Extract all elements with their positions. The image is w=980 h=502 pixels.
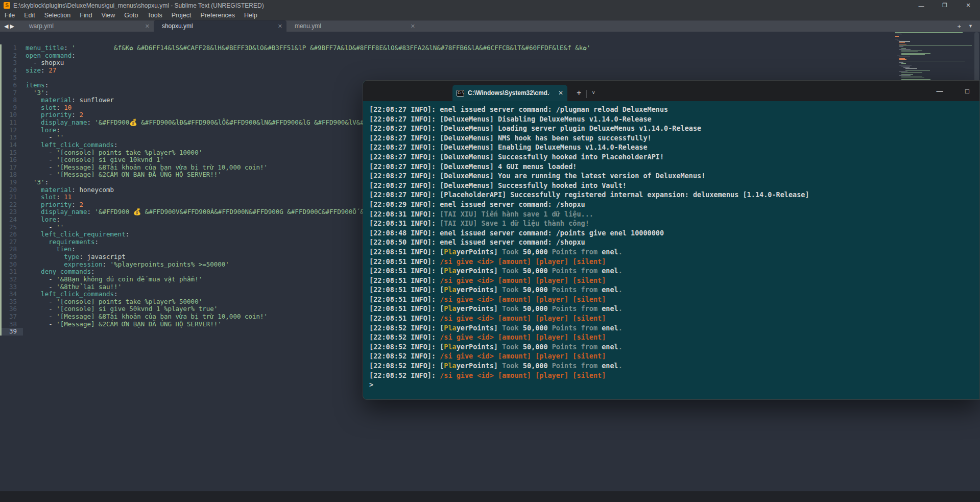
menu-bar: FileEditSelectionFindViewGotoToolsProjec… xyxy=(0,11,980,20)
terminal-line: [22:08:52 INFO]: [PlayerPoints] Took 50,… xyxy=(369,342,979,352)
line-number: 7 xyxy=(0,89,23,97)
menu-item-find[interactable]: Find xyxy=(75,11,97,20)
terminal-tab-close-icon[interactable]: ✕ xyxy=(558,89,563,97)
line-number: 35 xyxy=(0,298,23,306)
line-content: open_command: xyxy=(23,52,76,60)
terminal-line: [22:08:51 INFO]: /si give <id> [amount] … xyxy=(369,295,979,304)
terminal-line: [22:08:51 INFO]: /si give <id> [amount] … xyxy=(369,314,979,323)
line-number: 21 xyxy=(0,194,23,201)
line-number: 33 xyxy=(0,283,23,291)
line-number: 25 xyxy=(0,224,23,231)
line-number: 11 xyxy=(0,119,23,127)
line-content: requirements: xyxy=(23,238,99,246)
line-number: 36 xyxy=(0,305,23,313)
minimap-line xyxy=(901,74,913,75)
line-number: 2 xyxy=(0,52,23,60)
line-content: type: javascript xyxy=(23,253,126,261)
tab-menu.yml[interactable]: menu.yml✕ xyxy=(286,20,419,32)
minimap-line xyxy=(901,52,918,52)
terminal-titlebar[interactable]: C:\ C:\Windows\System32\cmd.e ✕ + ˅ — □ xyxy=(363,81,979,101)
line-content: priority: 2 xyxy=(23,201,83,209)
nav-arrows: ◀ ▶ xyxy=(0,20,21,32)
line-number: 29 xyxy=(0,253,23,261)
tab-overflow-icon[interactable]: ▼ xyxy=(968,23,973,29)
terminal-tab[interactable]: C:\ C:\Windows\System32\cmd.e ✕ xyxy=(452,85,567,101)
line-content: tien: xyxy=(23,246,76,253)
new-tab-icon[interactable]: + xyxy=(957,22,961,30)
line-number: 23 xyxy=(0,208,23,216)
menu-item-preferences[interactable]: Preferences xyxy=(196,11,240,20)
tab-close-icon[interactable]: ✕ xyxy=(411,23,415,30)
line-content: - '[console] points take %player% 10000' xyxy=(23,149,202,157)
menu-item-file[interactable]: File xyxy=(0,11,19,20)
editor-line[interactable]: 2open_command: xyxy=(0,52,980,60)
terminal-new-tab-icon[interactable]: + xyxy=(577,85,581,101)
minimap-line xyxy=(897,35,902,35)
back-arrow-icon[interactable]: ◀ xyxy=(4,23,10,30)
minimap-line xyxy=(895,36,899,37)
terminal-maximize-button[interactable]: □ xyxy=(961,87,973,95)
menu-item-edit[interactable]: Edit xyxy=(19,11,40,20)
forward-arrow-icon[interactable]: ▶ xyxy=(10,23,15,30)
editor-line[interactable]: 4size: 27 xyxy=(0,67,980,75)
terminal-dropdown-icon[interactable]: ˅ xyxy=(592,85,595,101)
line-number: 6 xyxy=(0,82,23,89)
minimap-line xyxy=(897,56,900,56)
line-number: 5 xyxy=(0,74,23,82)
minimap-line xyxy=(899,42,905,43)
line-number: 20 xyxy=(0,186,23,194)
minimap-line xyxy=(901,63,906,64)
tab-label: shopxu.yml xyxy=(162,22,193,30)
line-content: - '[console] si give 50kvnd 1 %player% t… xyxy=(23,305,218,313)
terminal-line: [22:08:31 INFO]: [TAI XIU] Tiến hành sav… xyxy=(369,209,979,219)
terminal-line: [22:08:52 INFO]: /si give <id> [amount] … xyxy=(369,351,979,361)
cmd-icon: C:\ xyxy=(457,90,464,97)
terminal-tab-title: C:\Windows\System32\cmd.e xyxy=(468,89,549,97)
minimap-line xyxy=(899,59,906,60)
diff-modified-strip xyxy=(0,44,2,336)
line-content: size: 27 xyxy=(23,67,56,75)
menu-item-help[interactable]: Help xyxy=(240,11,262,20)
terminal-line: [22:08:52 INFO]: /si give <id> [amount] … xyxy=(369,332,979,342)
minimap-line xyxy=(899,58,905,59)
tab-close-icon[interactable]: ✕ xyxy=(278,23,282,30)
line-number: 24 xyxy=(0,216,23,224)
line-content: material: sunflower xyxy=(23,97,114,104)
minimize-button[interactable]: — xyxy=(910,0,933,11)
editor-line[interactable]: 3 - shopxu xyxy=(0,59,980,67)
menu-item-view[interactable]: View xyxy=(97,11,119,20)
line-number: 26 xyxy=(0,231,23,238)
menu-item-project[interactable]: Project xyxy=(167,11,196,20)
terminal-line: [22:08:27 INFO]: [DeluxeMenus] Loading s… xyxy=(369,124,979,133)
terminal-line: [22:08:51 INFO]: [PlayerPoints] Took 50,… xyxy=(369,247,979,257)
line-number: 39 xyxy=(0,328,23,336)
window-controls: — ❐ ✕ xyxy=(910,0,980,11)
line-number: 17 xyxy=(0,164,23,172)
minimap-line xyxy=(901,73,922,73)
restore-button[interactable]: ❐ xyxy=(933,0,957,11)
minimap-line xyxy=(901,53,930,54)
terminal-minimize-button[interactable]: — xyxy=(934,87,946,95)
close-button[interactable]: ✕ xyxy=(957,0,980,11)
line-content: - '' xyxy=(23,134,64,141)
line-content: '3': xyxy=(23,89,49,97)
minimap-line xyxy=(895,39,898,39)
terminal-output[interactable]: [22:08:27 INFO]: enel issued server comm… xyxy=(363,101,979,390)
tab-close-icon[interactable]: ✕ xyxy=(145,23,150,30)
tab-shopxu.yml[interactable]: shopxu.yml✕ xyxy=(154,20,286,32)
menu-item-tools[interactable]: Tools xyxy=(142,11,166,20)
sublime-logo-icon: S xyxy=(4,2,10,9)
line-number: 38 xyxy=(0,321,23,328)
menu-item-goto[interactable]: Goto xyxy=(119,11,142,20)
editor-line[interactable]: 1menu_title: ' &f&K✿ &#D6FF14&lS&#CAFF28… xyxy=(0,44,980,52)
terminal-line: [22:08:27 INFO]: [DeluxeMenus] Successfu… xyxy=(369,152,979,162)
status-bar xyxy=(0,491,980,502)
minimap-line xyxy=(899,41,910,42)
terminal-line: [22:08:27 INFO]: [DeluxeMenus] 4 GUI men… xyxy=(369,162,979,172)
line-content xyxy=(23,74,26,82)
line-number: 18 xyxy=(0,171,23,179)
line-content: - '' xyxy=(23,224,64,231)
menu-item-selection[interactable]: Selection xyxy=(40,11,75,20)
line-content: expression: '%playerpoints_points% >=500… xyxy=(23,261,229,269)
tab-warp.yml[interactable]: warp.yml✕ xyxy=(21,20,154,32)
